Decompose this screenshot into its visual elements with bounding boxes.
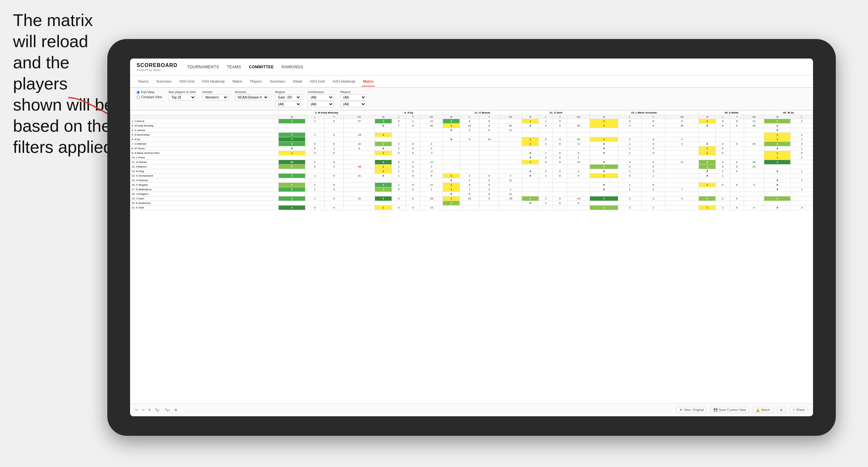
table-row: 21. O Stoll40010014221110903 [130, 206, 813, 210]
table-row: 1. J Garcia31027301-1130011010061301122 [130, 119, 813, 124]
matrix-cell [499, 164, 522, 169]
subnav-h2h-heatmap2[interactable]: H2H Heatmap [331, 77, 357, 86]
matrix-cell: 0 [443, 192, 460, 196]
zoom-out-button[interactable]: 🔍− [155, 408, 161, 412]
watch-button[interactable]: 🔔 Watch [753, 407, 773, 413]
compact-view-radio-input[interactable] [136, 96, 140, 99]
matrix-cell [665, 183, 699, 187]
save-custom-button[interactable]: 💾 Save Custom View [711, 407, 749, 413]
matrix-cell: 0 [305, 206, 324, 210]
matrix-cell [278, 169, 305, 174]
matrix-cell [420, 192, 443, 196]
region-sub-select[interactable]: (All) [275, 101, 301, 107]
matrix-cell: 7 [278, 137, 305, 142]
nav-teams[interactable]: TEAMS [227, 63, 241, 70]
layout-button[interactable]: ⊞ [777, 407, 785, 413]
matrix-cell: 0 [730, 196, 744, 201]
matrix-cell [499, 160, 522, 164]
subnav-h2h-grid2[interactable]: H2H Grid [309, 77, 326, 86]
matrix-cell [730, 146, 744, 151]
undo-button[interactable]: ↩ [135, 408, 138, 412]
matrix-table: 2. M Kelly Mulcahy 6. A Dy 11. G Woods 2… [130, 110, 813, 210]
matrix-cell: 2 [278, 164, 305, 169]
matrix-cell: 0 [590, 160, 618, 164]
matrix-cell: 1 [538, 151, 553, 155]
conference-sub-select[interactable]: (All) [308, 101, 334, 107]
subnav-matrix2[interactable]: Matrix [362, 77, 375, 87]
matrix-cell [716, 155, 730, 160]
zoom-in-button[interactable]: 🔍+ [164, 408, 170, 412]
matrix-cell [744, 146, 764, 151]
subnav-summary2[interactable]: Summary [269, 77, 286, 86]
matrix-content[interactable]: 2. M Kelly Mulcahy 6. A Dy 11. G Woods 2… [130, 110, 813, 403]
matrix-cell [744, 201, 764, 206]
refresh-button[interactable]: ↻ [148, 408, 151, 412]
matrix-cell: 0 [716, 146, 730, 151]
matrix-cell [406, 137, 420, 142]
matrix-cell: 1 [790, 178, 813, 183]
full-view-radio-input[interactable] [136, 91, 140, 94]
matrix-cell: 17 [499, 128, 522, 133]
matrix-cell: 0 [618, 119, 642, 124]
subnav-summary[interactable]: Summary [155, 77, 173, 86]
matrix-cell: -4 [567, 142, 590, 146]
compact-view-radio[interactable]: Compact View [136, 95, 162, 99]
sh-l4: L [538, 115, 553, 119]
matrix-cell: 0 [522, 169, 539, 174]
matrix-cell [538, 183, 553, 187]
subnav-matrix[interactable]: Matrix [231, 77, 244, 86]
matrix-cell: 35 [567, 124, 590, 128]
nav-rankings[interactable]: RANKINGS [282, 63, 303, 70]
subnav-teams[interactable]: Teams [136, 77, 150, 86]
subnav-detail[interactable]: Detail [292, 77, 303, 86]
nav-tournaments[interactable]: TOURNAMENTS [187, 63, 219, 70]
conference-select[interactable]: (All) [308, 94, 334, 100]
matrix-cell: 3 [744, 183, 764, 187]
matrix-cell: 0 [479, 187, 499, 192]
matrix-cell: 14 [479, 137, 499, 142]
matrix-cell: 1 [522, 142, 539, 146]
matrix-cell: 0 [324, 174, 344, 178]
subnav-h2h-grid[interactable]: H2H Grid [178, 77, 195, 86]
matrix-cell: 11 [499, 178, 522, 183]
matrix-cell: 1 [590, 174, 618, 178]
redo-button[interactable]: ↪ [142, 408, 145, 412]
view-options: Full View Compact View [136, 90, 162, 99]
matrix-cell [479, 146, 499, 151]
subnav-h2h-heatmap[interactable]: H2H Heatmap [201, 77, 226, 86]
gender-select[interactable]: Women's [202, 94, 228, 100]
matrix-cell: 0 [553, 151, 567, 155]
matrix-cell [730, 137, 744, 142]
matrix-cell: 2 [699, 164, 716, 169]
players-select[interactable]: (All) [340, 94, 366, 100]
matrix-cell: 5 [567, 174, 590, 178]
matrix-cell: 2 [699, 160, 716, 164]
matrix-cell [522, 187, 539, 192]
share-button[interactable]: ↗ Share [789, 407, 808, 413]
max-players-select[interactable]: Top 25 [168, 94, 196, 100]
matrix-cell: 3 [420, 146, 443, 151]
players-sub-select[interactable]: (All) [340, 101, 366, 107]
matrix-cell [744, 133, 764, 137]
matrix-cell [420, 178, 443, 183]
matrix-cell [699, 178, 716, 183]
matrix-cell [665, 164, 699, 169]
division-select[interactable]: NCAA Division II [235, 94, 269, 100]
matrix-cell: 2 [590, 206, 618, 210]
matrix-cell [716, 137, 730, 142]
matrix-cell: 0 [553, 174, 567, 178]
matrix-cell: 2 [699, 196, 716, 201]
full-view-radio[interactable]: Full View [136, 90, 162, 94]
matrix-cell [305, 192, 324, 196]
matrix-cell: 4 [764, 160, 790, 164]
subnav-players[interactable]: Players [249, 77, 264, 86]
matrix-cell: 0 [443, 128, 460, 133]
matrix-cell [744, 196, 764, 201]
settings-button[interactable]: ⚙ [174, 408, 177, 412]
view-original-button[interactable]: 👁 View: Original [677, 407, 707, 413]
matrix-cell: 1 [375, 133, 392, 137]
region-select[interactable]: East - DII [275, 94, 301, 100]
nav-committee[interactable]: COMMITTEE [249, 63, 274, 70]
matrix-cell: 1 [443, 183, 460, 187]
matrix-cell: 5 [420, 174, 443, 178]
